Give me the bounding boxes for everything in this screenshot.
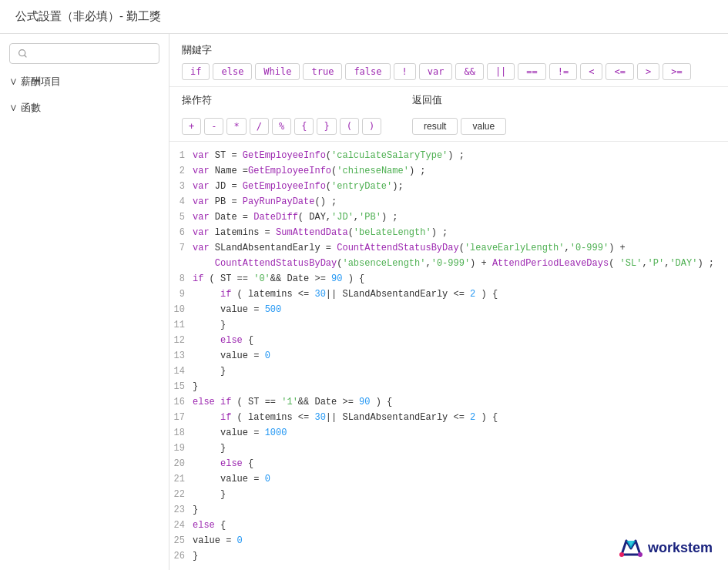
code-line-1: 1 var ST = GetEmployeeInfo('calculateSal… bbox=[169, 148, 728, 163]
code-line-15: 15 } bbox=[169, 379, 728, 394]
page-title: 公式設置（非必填）- 勤工獎 bbox=[15, 9, 161, 24]
keyword-neq[interactable]: != bbox=[549, 63, 577, 80]
code-line-8: 8 if ( ST == '0'&& Date >= 90 ) { bbox=[169, 271, 728, 287]
salary-section: ∨ 薪酬項目 bbox=[9, 73, 159, 90]
header: 公式設置（非必填）- 勤工獎 bbox=[0, 0, 728, 34]
code-line-7b: CountAttendStatusByDay('absenceLength','… bbox=[169, 256, 728, 271]
search-input[interactable] bbox=[9, 43, 159, 64]
functions-section: ∨ 函數 bbox=[9, 99, 159, 116]
workstem-logo-text: workstem bbox=[648, 540, 713, 556]
return-values-buttons: result value bbox=[412, 118, 506, 135]
op-close-paren[interactable]: ) bbox=[362, 118, 381, 135]
svg-point-4 bbox=[619, 552, 624, 557]
op-divide[interactable]: / bbox=[250, 118, 269, 135]
keyword-else[interactable]: else bbox=[213, 63, 252, 80]
keywords-section: 關鍵字 if else While true false ! var && ||… bbox=[169, 34, 728, 87]
keyword-true[interactable]: true bbox=[303, 63, 342, 80]
code-line-13: 13 value = 0 bbox=[169, 348, 728, 364]
code-line-9: 9 if ( latemins <= 30|| SLandAbsentandEa… bbox=[169, 287, 728, 302]
main-layout: ∨ 薪酬項目 ∨ 函數 關鍵字 if else While true false… bbox=[0, 34, 728, 570]
operators-buttons: + - * / % { } ( ) bbox=[182, 118, 381, 135]
code-line-3: 3 var JD = GetEmployeeInfo('entryDate'); bbox=[169, 179, 728, 194]
search-icon bbox=[18, 49, 28, 59]
rv-result[interactable]: result bbox=[412, 118, 458, 135]
code-line-23: 23 } bbox=[169, 502, 728, 518]
keyword-eq[interactable]: == bbox=[518, 63, 545, 80]
keyword-lt[interactable]: < bbox=[580, 63, 602, 80]
op-modulo[interactable]: % bbox=[272, 118, 291, 135]
return-values-group: 返回值 result value bbox=[412, 93, 506, 135]
keyword-false[interactable]: false bbox=[345, 63, 390, 80]
code-line-7: 7 var SLandAbsentandEarly = CountAttendS… bbox=[169, 240, 728, 256]
code-line-16: 16 else if ( ST == '1'&& Date >= 90 ) { bbox=[169, 394, 728, 410]
keywords-label: 關鍵字 bbox=[182, 43, 716, 57]
code-line-12: 12 else { bbox=[169, 333, 728, 348]
op-close-brace[interactable]: } bbox=[317, 118, 336, 135]
code-line-2: 2 var Name =GetEmployeeInfo('chineseName… bbox=[169, 163, 728, 179]
sidebar-item-functions-label: ∨ 函數 bbox=[9, 101, 41, 115]
return-values-label: 返回值 bbox=[412, 93, 506, 107]
sidebar: ∨ 薪酬項目 ∨ 函數 bbox=[0, 34, 169, 570]
content-area: 關鍵字 if else While true false ! var && ||… bbox=[169, 34, 728, 570]
code-line-21: 21 value = 0 bbox=[169, 471, 728, 487]
op-open-brace[interactable]: { bbox=[294, 118, 314, 135]
code-line-19: 19 } bbox=[169, 441, 728, 456]
code-line-11: 11 } bbox=[169, 317, 728, 333]
keyword-not[interactable]: ! bbox=[394, 63, 416, 80]
op-minus[interactable]: - bbox=[204, 118, 223, 135]
code-line-4: 4 var PB = PayRunPayDate() ; bbox=[169, 194, 728, 210]
op-multiply[interactable]: * bbox=[226, 118, 246, 135]
keywords-row: if else While true false ! var && || == … bbox=[182, 63, 716, 80]
keyword-gt[interactable]: > bbox=[637, 63, 659, 80]
rv-value[interactable]: value bbox=[461, 118, 506, 135]
code-line-17: 17 if ( latemins <= 30|| SLandAbsentandE… bbox=[169, 410, 728, 425]
workstem-logo-icon bbox=[619, 538, 643, 558]
operators-group: 操作符 + - * / % { } ( ) bbox=[182, 93, 381, 135]
operators-label: 操作符 bbox=[182, 93, 381, 107]
code-line-14: 14 } bbox=[169, 364, 728, 379]
code-line-10: 10 value = 500 bbox=[169, 302, 728, 317]
code-line-20: 20 else { bbox=[169, 456, 728, 471]
svg-point-5 bbox=[638, 552, 642, 557]
sidebar-item-salary-label: ∨ 薪酬項目 bbox=[9, 75, 61, 89]
keyword-gte[interactable]: >= bbox=[663, 63, 690, 80]
footer-logo: workstem bbox=[619, 538, 713, 558]
code-editor[interactable]: 1 var ST = GetEmployeeInfo('calculateSal… bbox=[169, 142, 728, 570]
op-open-paren[interactable]: ( bbox=[340, 118, 359, 135]
sidebar-item-functions[interactable]: ∨ 函數 bbox=[9, 99, 159, 116]
sidebar-item-salary[interactable]: ∨ 薪酬項目 bbox=[9, 73, 159, 90]
svg-line-1 bbox=[25, 55, 27, 58]
code-line-18: 18 value = 1000 bbox=[169, 425, 728, 441]
op-plus[interactable]: + bbox=[182, 118, 201, 135]
keyword-or[interactable]: || bbox=[487, 63, 515, 80]
keyword-if[interactable]: if bbox=[182, 63, 210, 80]
code-line-6: 6 var latemins = SumAttendData('beLateLe… bbox=[169, 225, 728, 240]
code-line-5: 5 var Date = DateDiff( DAY,'JD','PB') ; bbox=[169, 210, 728, 225]
keyword-lte[interactable]: <= bbox=[606, 63, 633, 80]
operators-return-section: 操作符 + - * / % { } ( ) 返回值 result value bbox=[169, 87, 728, 142]
keyword-var[interactable]: var bbox=[419, 63, 453, 80]
code-line-22: 22 } bbox=[169, 487, 728, 502]
keyword-and[interactable]: && bbox=[455, 63, 483, 80]
keyword-while[interactable]: While bbox=[255, 63, 300, 80]
code-line-24: 24 else { bbox=[169, 518, 728, 533]
